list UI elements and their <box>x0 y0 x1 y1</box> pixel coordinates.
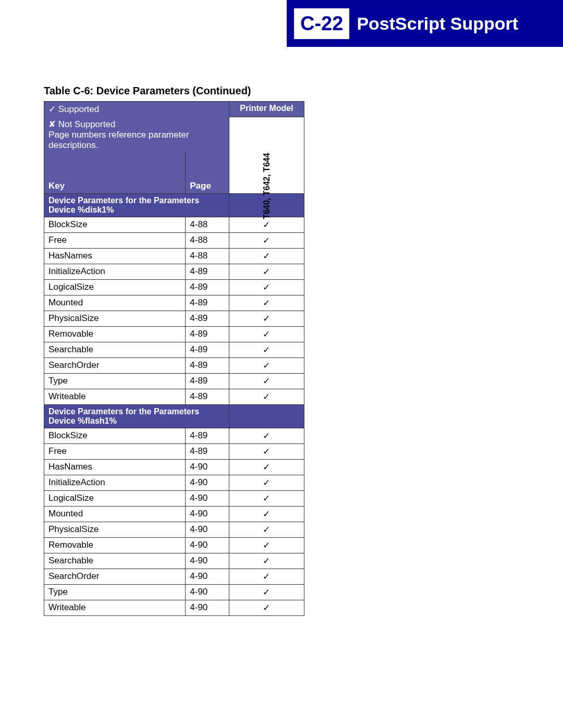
cell-key: BlockSize <box>44 428 186 444</box>
model-label: T640, T642, T644 <box>262 153 271 219</box>
legend-row-supported: ✓ Supported Printer Model <box>44 102 304 117</box>
table-row: Mounted4-90✓ <box>44 507 304 522</box>
table-row: Mounted4-89✓ <box>44 295 304 311</box>
legend-notsupported: Not Supported <box>58 119 116 129</box>
cell-supported: ✓ <box>229 374 304 389</box>
cell-key: Removable <box>44 538 186 553</box>
cell-key: InitializeAction <box>44 264 186 280</box>
cell-page: 4-90 <box>186 507 229 522</box>
cell-page: 4-89 <box>186 327 229 342</box>
cell-supported: ✓ <box>229 522 304 538</box>
column-key: Key <box>48 181 65 191</box>
cell-page: 4-89 <box>186 264 229 280</box>
cell-key: HasNames <box>44 460 186 475</box>
cell-page: 4-89 <box>186 374 229 389</box>
cell-supported: ✓ <box>229 475 304 491</box>
cell-supported: ✓ <box>229 280 304 295</box>
cell-key: PhysicalSize <box>44 522 186 538</box>
x-icon: ✘ <box>48 119 56 129</box>
cell-page: 4-90 <box>186 522 229 538</box>
table-row: Writeable4-90✓ <box>44 600 304 616</box>
cell-supported: ✓ <box>229 428 304 444</box>
section-heading: Device Parameters for the Parameters Dev… <box>44 405 229 428</box>
cell-supported: ✓ <box>229 311 304 327</box>
cell-key: Type <box>44 374 186 389</box>
column-printer-model: Printer Model <box>240 104 293 113</box>
cell-key: Free <box>44 444 186 460</box>
cell-page: 4-90 <box>186 569 229 585</box>
table-row: Writeable4-89✓ <box>44 389 304 405</box>
cell-key: SearchOrder <box>44 358 186 374</box>
section-heading-row: Device Parameters for the Parameters Dev… <box>44 405 304 428</box>
table-row: Type4-90✓ <box>44 585 304 600</box>
cell-supported: ✓ <box>229 217 304 233</box>
cell-key: BlockSize <box>44 217 186 233</box>
cell-key: LogicalSize <box>44 280 186 295</box>
table-row: LogicalSize4-90✓ <box>44 491 304 507</box>
cell-page: 4-90 <box>186 460 229 475</box>
legend-row-notsupported: ✘ Not Supported Page numbers reference p… <box>44 117 304 153</box>
parameters-table-wrap: ✓ Supported Printer Model ✘ Not Supporte… <box>44 101 304 616</box>
header-banner: C-22 PostScript Support <box>287 0 563 47</box>
cell-supported: ✓ <box>229 342 304 358</box>
cell-supported: ✓ <box>229 358 304 374</box>
table-caption: Table C-6: Device Parameters (Continued) <box>44 85 251 97</box>
cell-supported: ✓ <box>229 327 304 342</box>
cell-supported: ✓ <box>229 585 304 600</box>
cell-page: 4-90 <box>186 600 229 616</box>
legend-supported: Supported <box>58 104 99 114</box>
cell-page: 4-89 <box>186 444 229 460</box>
legend-note: Page numbers reference parameter descrip… <box>48 130 189 150</box>
table-row: BlockSize4-89✓ <box>44 428 304 444</box>
cell-supported: ✓ <box>229 538 304 553</box>
table-row: SearchOrder4-89✓ <box>44 358 304 374</box>
page-number: C-22 <box>294 8 349 39</box>
cell-page: 4-89 <box>186 311 229 327</box>
cell-key: Writeable <box>44 389 186 405</box>
table-row: InitializeAction4-90✓ <box>44 475 304 491</box>
table-row: Type4-89✓ <box>44 374 304 389</box>
cell-key: Removable <box>44 327 186 342</box>
cell-page: 4-90 <box>186 585 229 600</box>
cell-supported: ✓ <box>229 295 304 311</box>
cell-page: 4-89 <box>186 358 229 374</box>
section-heading: Device Parameters for the Parameters Dev… <box>44 194 229 217</box>
check-icon: ✓ <box>48 104 56 114</box>
cell-supported: ✓ <box>229 569 304 585</box>
cell-page: 4-90 <box>186 553 229 569</box>
table-row: Free4-89✓ <box>44 444 304 460</box>
cell-key: Type <box>44 585 186 600</box>
cell-key: Searchable <box>44 342 186 358</box>
cell-page: 4-89 <box>186 342 229 358</box>
cell-supported: ✓ <box>229 389 304 405</box>
cell-key: Mounted <box>44 295 186 311</box>
cell-supported: ✓ <box>229 600 304 616</box>
cell-page: 4-90 <box>186 475 229 491</box>
table-row: BlockSize4-88✓ <box>44 217 304 233</box>
table-row: HasNames4-88✓ <box>44 249 304 264</box>
table-row: HasNames4-90✓ <box>44 460 304 475</box>
table-row: PhysicalSize4-90✓ <box>44 522 304 538</box>
cell-key: InitializeAction <box>44 475 186 491</box>
table-row: SearchOrder4-90✓ <box>44 569 304 585</box>
table-row: Removable4-89✓ <box>44 327 304 342</box>
cell-page: 4-89 <box>186 295 229 311</box>
cell-page: 4-90 <box>186 491 229 507</box>
cell-key: Writeable <box>44 600 186 616</box>
table-row: Free4-88✓ <box>44 233 304 249</box>
cell-page: 4-88 <box>186 233 229 249</box>
table-row: Removable4-90✓ <box>44 538 304 553</box>
cell-supported: ✓ <box>229 264 304 280</box>
table-row: Searchable4-89✓ <box>44 342 304 358</box>
cell-page: 4-89 <box>186 280 229 295</box>
document-page: C-22 PostScript Support Table C-6: Devic… <box>0 0 563 728</box>
cell-key: Mounted <box>44 507 186 522</box>
table-row: LogicalSize4-89✓ <box>44 280 304 295</box>
cell-page: 4-88 <box>186 249 229 264</box>
cell-key: SearchOrder <box>44 569 186 585</box>
cell-supported: ✓ <box>229 460 304 475</box>
cell-page: 4-90 <box>186 538 229 553</box>
column-page: Page <box>190 181 211 191</box>
cell-supported: ✓ <box>229 507 304 522</box>
cell-supported: ✓ <box>229 553 304 569</box>
